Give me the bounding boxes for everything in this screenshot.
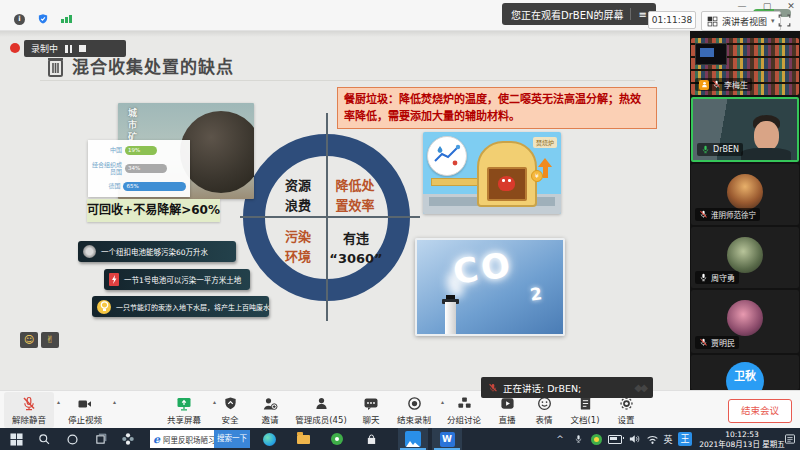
participant-name: 周守勇 bbox=[711, 272, 735, 283]
search-go-button[interactable]: 搜索一下 bbox=[214, 430, 250, 448]
participant-video-jiamingmin[interactable]: 贾明民 bbox=[691, 290, 799, 353]
reaction-hand-icon[interactable]: ✌ bbox=[41, 332, 59, 348]
tray-antivirus-icon[interactable] bbox=[588, 428, 604, 450]
network-signal-icon[interactable] bbox=[61, 15, 72, 23]
participant-video-partial[interactable]: 卫秋 bbox=[691, 355, 799, 390]
person-add-icon bbox=[262, 396, 278, 412]
tray-wifi-icon[interactable] bbox=[644, 428, 660, 450]
file-explorer-icon[interactable] bbox=[292, 428, 314, 450]
chimney-top bbox=[446, 295, 455, 299]
participant-name: DrBEN bbox=[713, 145, 739, 154]
stop-video-button[interactable]: 停止视频 ▴ bbox=[60, 392, 110, 428]
invite-button[interactable]: 邀请 bbox=[252, 392, 288, 428]
participant-video-drben[interactable]: DrBEN bbox=[691, 97, 799, 162]
banner-divider bbox=[630, 8, 631, 20]
trash-bin-icon bbox=[46, 55, 65, 81]
recycle-banner: 可回收+不易降解>60% bbox=[87, 199, 220, 222]
slide-note-box: 餐厨垃圾：降低焚烧炉的温度，使二噁英无法高温分解；热效率降低，需要添加大量的辅助… bbox=[337, 87, 657, 129]
tray-speaker-icon[interactable] bbox=[626, 428, 642, 450]
participant-namebar: 周守勇 bbox=[695, 271, 739, 284]
meeting-toolbar: 解除静音 ▴ 停止视频 ▴ 共享屏幕 ▴ 安全 bbox=[0, 390, 800, 429]
pinwheel-app-icon[interactable] bbox=[118, 428, 138, 450]
notification-center-icon[interactable] bbox=[782, 428, 798, 450]
chart-row: 经合组织成员国 34% bbox=[92, 162, 186, 176]
end-recording-button[interactable]: 结束录制 ▴ bbox=[390, 392, 438, 428]
chart-magnifier bbox=[427, 136, 467, 176]
face bbox=[754, 121, 779, 151]
trash-sphere bbox=[180, 111, 254, 193]
meeting-info-icon[interactable]: i bbox=[14, 14, 25, 25]
participant-video-limeisheng[interactable]: 李梅生 bbox=[691, 38, 799, 95]
quadrant-against-3060: 有违 “3060” bbox=[328, 229, 384, 269]
avatar bbox=[727, 300, 763, 336]
windows-taskbar: e 阿里反职场陋习... 搜索一下 W ^ bbox=[0, 428, 800, 450]
participant-video-xuning[interactable]: 淮阴师范徐宁 bbox=[691, 164, 799, 225]
unmute-button[interactable]: 解除静音 ▴ bbox=[4, 392, 54, 428]
store-icon[interactable] bbox=[360, 428, 382, 450]
tray-mic-icon[interactable] bbox=[570, 428, 586, 450]
cartoon-pipe bbox=[431, 178, 481, 186]
participant-namebar: 李梅生 bbox=[695, 78, 752, 91]
avatar: 卫秋 bbox=[726, 362, 764, 390]
video-options-caret[interactable]: ▴ bbox=[113, 398, 116, 405]
window-titlebar: i 您正在观看DrBEN的屏幕 ≡ — ▢ ✕ 01:11:38 演讲者视图 ▾ bbox=[0, 0, 800, 31]
participant-name: 淮阴师范徐宁 bbox=[711, 209, 756, 220]
chat-bubble-icon bbox=[363, 396, 379, 412]
view-mode-button[interactable]: 演讲者视图 ▾ bbox=[701, 11, 781, 31]
chart-label-oecd: 经合组织成员国 bbox=[92, 162, 122, 176]
banner-text: 您正在观看DrBEN的屏幕 bbox=[511, 7, 623, 22]
taskbar-search-icon[interactable] bbox=[34, 428, 54, 450]
record-icon bbox=[407, 396, 422, 412]
share-screen-icon bbox=[176, 396, 192, 412]
participant-video-zhoushouyong[interactable]: 周守勇 bbox=[691, 227, 799, 288]
manage-members-button[interactable]: 管理成员(45) bbox=[290, 392, 352, 428]
watermark-icon: ◆◆ bbox=[635, 382, 646, 393]
ring-horizontal-line bbox=[240, 216, 420, 218]
participant-namebar: 贾明民 bbox=[695, 336, 739, 349]
chat-button[interactable]: 聊天 bbox=[354, 392, 388, 428]
speaking-text: 正在讲话: DrBEN; bbox=[503, 381, 581, 395]
taskbar-search-box[interactable]: e 阿里反职场陋习... 搜索一下 bbox=[150, 430, 250, 448]
fact-battery: 一节1号电池可以污染一平方米土地 bbox=[104, 269, 250, 290]
tray-expand-caret[interactable]: ^ bbox=[552, 428, 568, 450]
meeting-timer: 01:11:38 bbox=[648, 11, 696, 29]
lobster bbox=[498, 176, 515, 191]
end-meeting-button[interactable]: 结束会议 bbox=[728, 399, 792, 423]
tray-ime-badge[interactable]: 王 bbox=[676, 428, 694, 450]
avatar bbox=[727, 237, 763, 273]
taskbar-clock[interactable]: 10:12:53 2021年08月13日 星期五 bbox=[694, 430, 790, 450]
security-shield-icon[interactable] bbox=[37, 13, 49, 25]
meeting-app-taskbar-icon[interactable] bbox=[398, 428, 428, 450]
start-button[interactable] bbox=[6, 428, 26, 450]
participant-name: 贾明民 bbox=[711, 337, 735, 348]
clock-time: 10:12:53 bbox=[694, 430, 790, 440]
layout-icon bbox=[707, 16, 718, 27]
share-screen-button[interactable]: 共享屏幕 ▴ bbox=[158, 392, 210, 428]
shoulders bbox=[741, 148, 791, 160]
task-view-icon[interactable] bbox=[90, 428, 110, 450]
recording-label: 录制中 bbox=[31, 42, 58, 55]
wps-taskbar-icon[interactable]: W bbox=[432, 428, 462, 450]
security-button[interactable]: 安全 bbox=[212, 392, 248, 428]
cortana-icon[interactable] bbox=[62, 428, 82, 450]
chevron-down-icon: ▾ bbox=[771, 17, 775, 25]
co2-emission-image: CO 2 bbox=[415, 238, 565, 336]
muted-mic-icon bbox=[712, 79, 721, 90]
recycle-rate-chart: 中国 19% 经合组织成员国 34% 德国 65% bbox=[88, 140, 190, 197]
pause-recording-icon[interactable] bbox=[65, 45, 72, 53]
co2-subscript: 2 bbox=[529, 283, 544, 304]
edge-browser-icon[interactable] bbox=[258, 428, 280, 450]
presenter-badge-icon bbox=[699, 80, 709, 90]
chart-bar-oecd: 34% bbox=[125, 164, 167, 173]
quadrant-resource-waste: 资源 浪费 bbox=[276, 176, 320, 216]
muted-mic-icon bbox=[488, 382, 498, 394]
tray-battery-icon[interactable] bbox=[606, 428, 624, 450]
muted-mic-icon bbox=[21, 396, 37, 412]
stop-recording-icon[interactable] bbox=[79, 45, 86, 52]
tray-language-indicator[interactable]: 英 bbox=[660, 428, 676, 450]
banner-menu-icon[interactable]: ≡ bbox=[638, 9, 646, 20]
reaction-smiley-icon[interactable]: ☺ bbox=[20, 332, 38, 348]
browser-360-icon[interactable] bbox=[326, 428, 348, 450]
watching-screen-banner: 您正在观看DrBEN的屏幕 ≡ bbox=[502, 3, 656, 25]
fullscreen-button[interactable] bbox=[778, 12, 791, 31]
